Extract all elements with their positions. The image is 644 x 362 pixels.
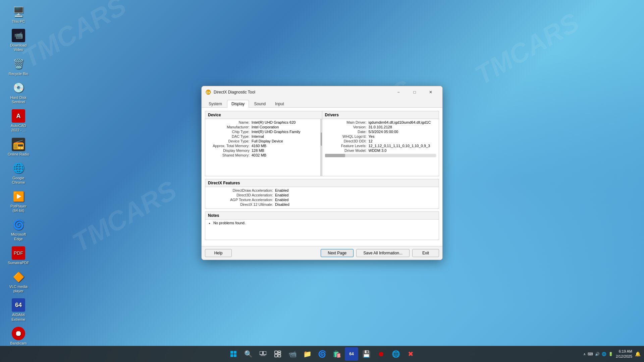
whql-row: WHQL Logo'd: Yes [325, 134, 436, 138]
device-drivers-container: Device Name: Intel(R) UHD Graphics 620 M… [205, 111, 439, 176]
agp-texture-value: Enabled [275, 198, 288, 202]
dialog-content: Device Name: Intel(R) UHD Graphics 620 M… [202, 108, 442, 246]
dac-type-label: DAC Type: [208, 134, 252, 138]
device-type-value: Full Display Device [252, 139, 318, 143]
direct3d-ddi-row: Direct3D DDI: 12 [325, 139, 436, 143]
device-section: Device Name: Intel(R) UHD Graphics 620 M… [205, 111, 322, 176]
exit-button[interactable]: Exit [412, 249, 439, 257]
taskview-button[interactable] [256, 347, 270, 361]
total-memory-value: 4160 MB [252, 144, 318, 148]
svg-rect-10 [278, 351, 281, 352]
feature-levels-value: 12_1,12_0,11_1,11_0,10_1,10_0,9_3 [369, 144, 436, 148]
date-label: Date: [325, 130, 369, 134]
whql-value: Yes [369, 134, 436, 138]
svg-rect-9 [275, 351, 277, 354]
device-type-label: Device Type: [208, 139, 252, 143]
notes-section: Notes No problems found. [205, 212, 439, 240]
widgets-button[interactable] [271, 347, 284, 361]
device-name-row: Name: Intel(R) UHD Graphics 620 [208, 120, 318, 124]
help-button[interactable]: Help [205, 249, 232, 257]
bandicam-taskbar-button[interactable]: ⏺ [374, 347, 388, 361]
drivers-section-content: Main Driver: igdumdim64.dll,igd10iumd64.… [322, 119, 439, 176]
shared-memory-value: 4032 MB [252, 153, 318, 157]
tab-system[interactable]: System [204, 100, 226, 108]
main-driver-row: Main Driver: igdumdim64.dll,igd10iumd64.… [325, 120, 436, 124]
device-scrollbar[interactable] [320, 119, 322, 176]
device-type-row: Device Type: Full Display Device [208, 139, 318, 143]
tray-chevron[interactable]: ∧ [583, 352, 586, 356]
device-scroll-thumb [321, 132, 322, 146]
svg-rect-5 [234, 354, 236, 357]
close-button[interactable]: ✕ [423, 87, 438, 97]
manufacturer-row: Manufacturer: Intel Corporation [208, 125, 318, 129]
notes-item: No problems found. [213, 221, 436, 225]
device-section-content: Name: Intel(R) UHD Graphics 620 Manufact… [205, 119, 320, 176]
display-memory-row: Display Memory 128 MB [208, 148, 318, 153]
minimize-button[interactable]: − [391, 87, 406, 97]
manufacturer-label: Manufacturer: [208, 125, 252, 129]
dialog-titlebar: DX DirectX Diagnostic Tool − □ ✕ [202, 86, 442, 98]
direct3d-ddi-value: 12 [369, 139, 436, 143]
driver-scroll-thumb [325, 154, 345, 157]
direct3d-ddi-label: Direct3D DDI: [325, 139, 369, 143]
main-driver-value: igdumdim64.dll,igd10iumd64.dll,igd1C [369, 120, 436, 124]
driver-horizontal-scroll[interactable] [325, 154, 436, 157]
dialog-title-text: DirectX Diagnostic Tool [214, 90, 391, 95]
display-memory-label: Display Memory [208, 148, 252, 153]
notification-center[interactable]: 🔔 [635, 351, 641, 357]
tray-volume[interactable]: 🔊 [595, 352, 600, 356]
taskbar-date-display: 2/12/2025 [616, 354, 632, 359]
dx12-ultimate-row: DirectX 12 Ultimate: Disabled [208, 202, 436, 206]
tab-display[interactable]: Display [227, 100, 249, 108]
tab-input[interactable]: Input [271, 100, 288, 108]
dac-type-value: Internal [252, 134, 318, 138]
svg-text:DX: DX [206, 91, 211, 94]
manufacturer-value: Intel Corporation [252, 125, 318, 129]
chip-type-row: Chip Type: Intel(R) UHD Graphics Family [208, 130, 318, 134]
version-label: Version: [325, 125, 369, 129]
direct3d-accel-row: Direct3D Acceleration: Enabled [208, 193, 436, 197]
edge-taskbar-button[interactable]: 🌀 [315, 347, 329, 361]
explorer-button[interactable]: 📁 [301, 347, 314, 361]
dialog-buttons: Help Next Page Save All Information... E… [202, 246, 442, 260]
features-section-header: DirectX Features [205, 179, 439, 187]
svg-rect-11 [278, 353, 281, 354]
svg-rect-6 [260, 351, 263, 355]
taskbar-center: 🔍 📹 📁 🌀 🛍️ 64 [227, 347, 417, 361]
drivers-section: Drivers Main Driver: igdumdim64.dll,igd1… [322, 111, 439, 176]
version-row: Version: 31.0.101.2128 [325, 125, 436, 129]
x-button[interactable]: ✖ [404, 347, 417, 361]
aida64-taskbar-button[interactable]: 64 [345, 347, 358, 361]
driver-model-value: WDDM 3.0 [369, 148, 436, 153]
chip-type-value: Intel(R) UHD Graphics Family [252, 130, 318, 134]
direct3d-accel-value: Enabled [275, 193, 288, 197]
disk-mgmt-button[interactable]: 💾 [360, 347, 373, 361]
tab-sound[interactable]: Sound [250, 100, 270, 108]
device-name-value: Intel(R) UHD Graphics 620 [252, 120, 318, 124]
maximize-button[interactable]: □ [407, 87, 422, 97]
dx12-ultimate-value: Disabled [275, 202, 289, 206]
tray-network[interactable]: 🌐 [602, 352, 606, 356]
dac-type-row: DAC Type: Internal [208, 134, 318, 138]
device-section-header: Device [205, 111, 322, 119]
display-memory-value: 128 MB [252, 148, 318, 153]
system-tray: ∧ ⌨ 🔊 🌐 🔋 [583, 352, 613, 356]
svg-rect-3 [234, 351, 236, 354]
directx-features-section: DirectX Features DirectDraw Acceleration… [205, 179, 439, 209]
directdraw-value: Enabled [275, 188, 288, 192]
svg-rect-4 [230, 354, 233, 357]
store-button[interactable]: 🛍️ [330, 347, 343, 361]
search-button[interactable]: 🔍 [241, 347, 255, 361]
taskbar-datetime[interactable]: 6:19 AM 2/12/2025 [616, 349, 632, 359]
agp-texture-label: AGP Texture Acceleration: [208, 198, 275, 202]
meet-button[interactable]: 📹 [286, 347, 299, 361]
total-memory-label: Approx. Total Memory: [208, 144, 252, 148]
dialog-overlay: DX DirectX Diagnostic Tool − □ ✕ System … [0, 0, 644, 346]
chrome-taskbar-button[interactable]: 🌐 [389, 347, 402, 361]
svg-rect-7 [263, 351, 266, 355]
start-button[interactable] [227, 347, 240, 361]
tray-language[interactable]: ⌨ [588, 352, 593, 356]
tray-battery[interactable]: 🔋 [608, 352, 613, 356]
save-all-button[interactable]: Save All Information... [356, 249, 410, 257]
next-page-button[interactable]: Next Page [321, 249, 354, 257]
